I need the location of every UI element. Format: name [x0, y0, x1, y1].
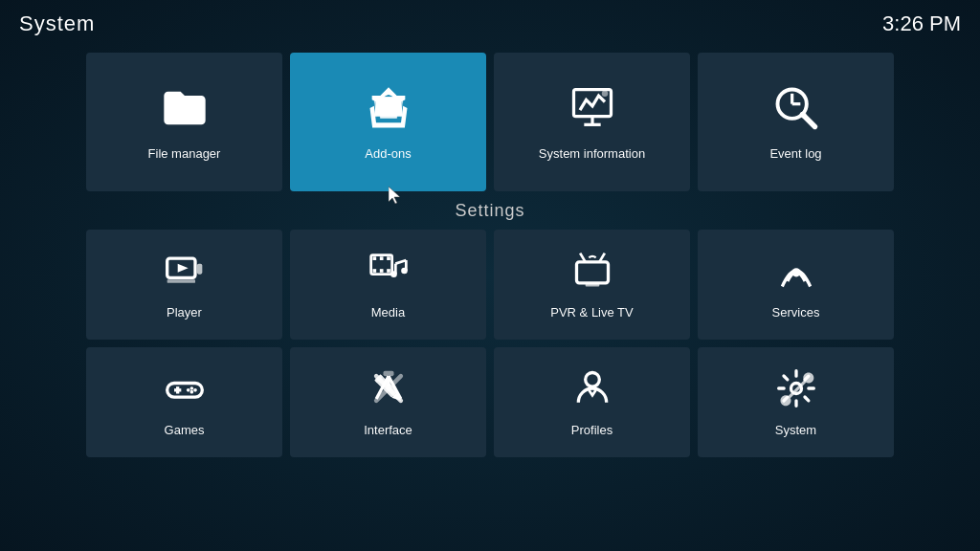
tile-pvr-live-tv[interactable]: PVR & Live TV — [494, 230, 690, 340]
svg-point-26 — [401, 268, 408, 275]
tile-system-information[interactable]: System information — [494, 53, 690, 191]
tile-games-label: Games — [165, 423, 205, 437]
eventlog-icon — [771, 83, 821, 139]
svg-marker-13 — [177, 264, 188, 273]
svg-rect-21 — [387, 269, 390, 273]
tile-event-log[interactable]: Event log — [698, 53, 894, 191]
tile-system-label: System — [775, 423, 816, 437]
top-row: File manager Add-ons — [86, 53, 894, 191]
app-title: System — [19, 11, 95, 36]
tile-interface-label: Interface — [364, 423, 412, 437]
svg-rect-19 — [372, 269, 376, 273]
svg-point-37 — [186, 388, 189, 392]
middle-row: Player Media — [86, 230, 894, 340]
svg-rect-28 — [585, 283, 599, 287]
sysinfo-icon — [568, 83, 617, 139]
svg-point-36 — [189, 390, 193, 394]
tile-system[interactable]: System — [698, 347, 894, 457]
tile-interface[interactable]: Interface — [290, 347, 486, 457]
services-icon — [775, 250, 817, 298]
tile-event-log-label: Event log — [769, 146, 821, 161]
tile-add-ons[interactable]: Add-ons — [290, 53, 486, 191]
tile-player-label: Player — [167, 305, 202, 320]
folder-icon — [160, 83, 210, 139]
settings-label: Settings — [0, 201, 980, 221]
svg-point-34 — [189, 386, 193, 390]
svg-line-22 — [395, 260, 406, 264]
svg-point-10 — [800, 112, 807, 118]
tile-pvr-label: PVR & Live TV — [550, 305, 633, 320]
svg-point-35 — [193, 388, 197, 392]
tile-services-label: Services — [772, 305, 820, 320]
svg-rect-27 — [576, 262, 608, 283]
svg-point-5 — [601, 91, 608, 98]
tile-media-label: Media — [371, 305, 405, 320]
svg-rect-20 — [379, 269, 383, 273]
system-icon — [775, 367, 817, 415]
pvr-icon — [571, 250, 613, 298]
bottom-row: Games Interface — [86, 347, 894, 457]
svg-rect-16 — [372, 256, 376, 260]
player-icon — [164, 250, 206, 298]
tile-file-manager-label: File manager — [148, 146, 221, 161]
media-icon — [368, 250, 410, 298]
tile-system-information-label: System information — [539, 146, 645, 161]
tile-media[interactable]: Media — [290, 230, 486, 340]
clock: 3:26 PM — [882, 11, 961, 36]
tile-profiles[interactable]: Profiles — [494, 347, 690, 457]
profiles-icon — [571, 367, 613, 415]
svg-point-48 — [585, 373, 599, 387]
games-icon — [164, 367, 206, 415]
svg-rect-17 — [379, 256, 383, 260]
tile-profiles-label: Profiles — [571, 423, 612, 437]
svg-rect-1 — [376, 98, 401, 100]
tile-add-ons-label: Add-ons — [365, 146, 411, 161]
top-bar: System 3:26 PM — [0, 0, 980, 48]
svg-rect-14 — [196, 264, 202, 275]
svg-point-25 — [390, 271, 397, 277]
addons-icon — [364, 83, 413, 139]
tile-player[interactable]: Player — [86, 230, 282, 340]
svg-rect-18 — [387, 256, 390, 260]
svg-rect-12 — [167, 279, 194, 283]
tile-file-manager[interactable]: File manager — [86, 53, 282, 191]
tile-games[interactable]: Games — [86, 347, 282, 457]
svg-rect-38 — [383, 371, 393, 377]
interface-icon — [368, 367, 410, 415]
tile-services[interactable]: Services — [698, 230, 894, 340]
